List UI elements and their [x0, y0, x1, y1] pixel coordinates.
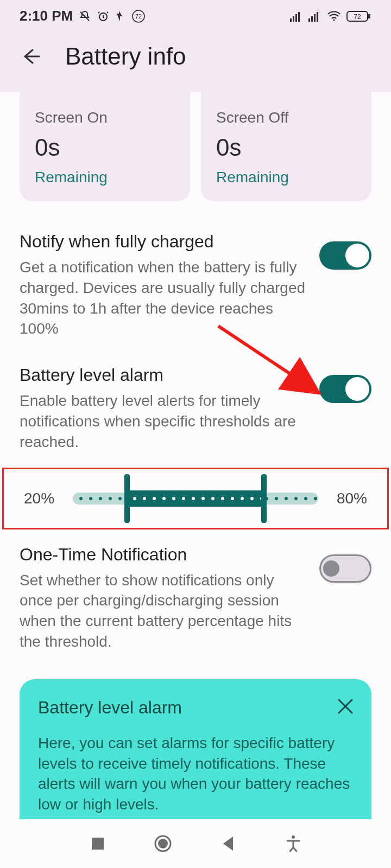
svg-rect-8 [311, 16, 313, 22]
level-alarm-desc: Enable battery level alerts for timely n… [20, 391, 306, 452]
signal-2-icon [308, 11, 321, 22]
screen-on-sub: Remaining [35, 169, 175, 186]
level-alarm-toggle[interactable] [319, 375, 371, 403]
page-title: Battery info [65, 43, 186, 70]
svg-rect-16 [92, 838, 104, 850]
alarm-icon [97, 10, 110, 23]
screen-off-card[interactable]: Screen Off 0s Remaining [201, 92, 371, 201]
svg-point-18 [158, 839, 168, 848]
svg-rect-13 [368, 14, 370, 18]
one-time-toggle[interactable] [319, 554, 371, 583]
nav-home-button[interactable] [147, 827, 179, 860]
svg-rect-7 [308, 18, 310, 22]
status-time: 2:10 PM [20, 8, 73, 24]
nav-recents-button[interactable] [81, 827, 114, 860]
slider-handle-low[interactable] [124, 474, 130, 523]
one-time-row: One-Time Notification Set whether to sho… [20, 545, 371, 652]
level-alarm-title: Battery level alarm [20, 365, 306, 385]
info-card-close-button[interactable] [336, 697, 355, 716]
mute-icon [78, 10, 91, 23]
level-alarm-row: Battery level alarm Enable battery level… [20, 365, 371, 452]
signal-1-icon [290, 11, 303, 22]
charging-icon [115, 10, 126, 23]
svg-rect-9 [314, 14, 316, 22]
svg-rect-4 [293, 16, 294, 22]
svg-rect-10 [317, 12, 318, 22]
screen-off-value: 0s [216, 134, 356, 161]
wifi-icon [327, 11, 341, 22]
app-header: Battery info [0, 28, 391, 92]
notify-full-title: Notify when fully charged [20, 232, 306, 252]
svg-text:72: 72 [354, 13, 361, 21]
info-card: Battery level alarm Here, you can set al… [20, 679, 371, 843]
screen-on-label: Screen On [35, 109, 175, 126]
svg-point-19 [292, 835, 295, 839]
svg-rect-3 [290, 18, 292, 22]
screen-off-label: Screen Off [216, 109, 356, 126]
battery-level-slider[interactable]: 20% 80% [24, 474, 367, 523]
svg-text:72: 72 [135, 13, 142, 20]
screen-on-value: 0s [35, 134, 175, 161]
back-button[interactable] [20, 44, 43, 68]
notify-full-desc: Get a notification when the battery is f… [20, 257, 306, 339]
nav-back-button[interactable] [212, 827, 244, 860]
screen-on-card[interactable]: Screen On 0s Remaining [20, 92, 190, 201]
screen-off-sub: Remaining [216, 169, 356, 186]
system-nav-bar [0, 819, 391, 868]
svg-rect-5 [295, 14, 297, 22]
svg-rect-6 [298, 12, 300, 22]
slider-high-label: 80% [329, 490, 367, 507]
one-time-title: One-Time Notification [20, 545, 306, 565]
slider-handle-high[interactable] [261, 474, 267, 523]
battery-icon: 72 [346, 10, 371, 23]
notify-full-row: Notify when fully charged Get a notifica… [20, 232, 371, 339]
slider-low-label: 20% [24, 490, 62, 507]
info-card-title: Battery level alarm [38, 698, 353, 718]
nav-accessibility-button[interactable] [277, 827, 310, 860]
one-time-desc: Set whether to show notifications only o… [20, 570, 306, 652]
notify-full-toggle[interactable] [319, 241, 371, 270]
badge-72-icon: 72 [131, 9, 146, 23]
svg-point-11 [333, 19, 335, 21]
status-bar: 2:10 PM 72 72 [0, 0, 391, 28]
